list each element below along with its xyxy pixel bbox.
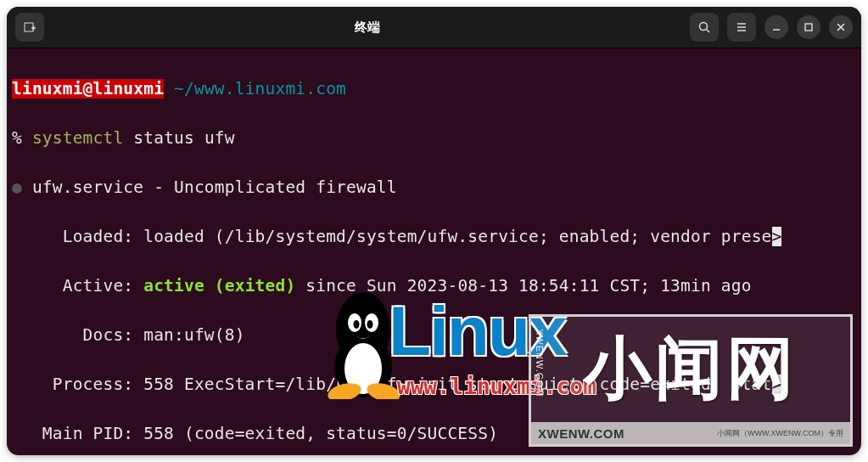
command-args: status ufw: [123, 128, 234, 148]
svg-point-17: [354, 320, 360, 329]
svg-rect-9: [805, 24, 812, 31]
search-button[interactable]: [690, 13, 719, 42]
svg-rect-0: [25, 23, 33, 31]
menu-button[interactable]: [727, 13, 756, 42]
watermark-cn: 小闻网: [584, 324, 798, 415]
active-status: active (exited): [143, 276, 295, 296]
maximize-button[interactable]: [797, 15, 820, 39]
close-button[interactable]: [829, 15, 853, 39]
truncate-marker: >: [772, 227, 782, 246]
watermark-note: 小闻网（WWW.XWENW.COM）专用: [717, 428, 843, 439]
prompt-user: linuxmi@linuxmi: [12, 79, 164, 99]
unit-line: ● ufw.service - Uncomplicated firewall: [12, 175, 856, 200]
watermark-side-text: XWENW.COM: [535, 329, 545, 397]
minimize-button[interactable]: [764, 15, 788, 39]
loaded-line: Loaded: loaded (/lib/systemd/system/ufw.…: [12, 224, 856, 249]
command-keyword: systemctl: [32, 128, 123, 148]
window-title: 终端: [355, 20, 380, 36]
terminal-window: 终端 linuxmi@linuxmi ~/www.linuxmi.com % s…: [7, 7, 861, 455]
command-line: % systemctl status ufw: [12, 126, 856, 150]
prompt-path: ~/www.linuxmi.com: [174, 79, 346, 99]
svg-point-18: [367, 320, 373, 329]
watermark-box: XWENW.COM 小闻网 XWENW.COM 小闻网（WWW.XWENW.CO…: [529, 314, 853, 447]
watermark-domain: XWENW.COM: [538, 426, 624, 441]
new-tab-button[interactable]: [15, 13, 44, 42]
prompt-line: linuxmi@linuxmi ~/www.linuxmi.com: [12, 76, 856, 101]
titlebar: 终端: [7, 7, 861, 48]
svg-point-3: [700, 23, 708, 31]
svg-line-4: [707, 30, 710, 33]
